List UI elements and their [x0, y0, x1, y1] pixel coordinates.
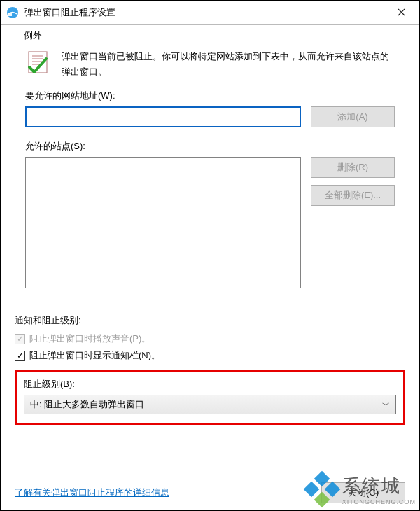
bar-checkbox-label: 阻止弹出窗口时显示通知栏(N)。	[29, 349, 160, 362]
address-row: 添加(A)	[25, 106, 395, 127]
notify-section-label: 通知和阻止级别:	[15, 314, 405, 327]
app-icon	[6, 6, 19, 19]
close-icon	[398, 8, 405, 16]
close-dialog-button-label: 关闭(C)	[348, 486, 379, 499]
chevron-down-icon: ﹀	[382, 400, 390, 410]
sound-checkbox: ✓	[15, 334, 25, 344]
sites-label: 允许的站点(S):	[25, 140, 395, 153]
dialog-window: 弹出窗口阻止程序设置 例外 弹出窗口当前已被阻止。你可以将特	[0, 0, 420, 511]
block-level-value: 中: 阻止大多数自动弹出窗口	[30, 398, 144, 411]
intro-text: 弹出窗口当前已被阻止。你可以将特定网站添加到下表中，从而允许来自该站点的弹出窗口…	[62, 49, 395, 80]
add-button-label: 添加(A)	[337, 111, 368, 123]
document-check-icon	[25, 49, 52, 76]
exceptions-group: 例外 弹出窗口当前已被阻止。你可以将特定网站添加到下表中，从而允许来自该站点的弹…	[15, 36, 405, 300]
svg-rect-1	[8, 13, 12, 16]
sites-row: 删除(R) 全部删除(E)...	[25, 157, 395, 288]
add-button[interactable]: 添加(A)	[311, 106, 395, 127]
sound-checkbox-label: 阻止弹出窗口时播放声音(P)。	[29, 332, 150, 345]
remove-all-button-label: 全部删除(E)...	[325, 189, 381, 202]
address-input[interactable]	[25, 106, 301, 127]
titlebar: 弹出窗口阻止程序设置	[1, 1, 419, 24]
block-level-highlight: 阻止级别(B): 中: 阻止大多数自动弹出窗口 ﹀	[15, 370, 405, 425]
sites-side-buttons: 删除(R) 全部删除(E)...	[311, 157, 395, 288]
exceptions-group-title: 例外	[21, 29, 45, 42]
content-area: 例外 弹出窗口当前已被阻止。你可以将特定网站添加到下表中，从而允许来自该站点的弹…	[1, 24, 419, 510]
allowed-sites-listbox[interactable]	[25, 157, 301, 288]
block-level-select[interactable]: 中: 阻止大多数自动弹出窗口 ﹀	[24, 395, 396, 414]
close-button[interactable]	[387, 3, 415, 22]
remove-button-label: 删除(R)	[337, 161, 368, 174]
remove-all-button[interactable]: 全部删除(E)...	[311, 185, 395, 206]
block-level-label: 阻止级别(B):	[24, 378, 396, 391]
window-title: 弹出窗口阻止程序设置	[24, 6, 387, 19]
footer-row: 了解有关弹出窗口阻止程序的详细信息 关闭(C)	[15, 475, 405, 503]
remove-button[interactable]: 删除(R)	[311, 157, 395, 178]
sound-checkbox-row: ✓ 阻止弹出窗口时播放声音(P)。	[15, 332, 405, 345]
bar-checkbox[interactable]: ✓	[15, 351, 25, 361]
bar-checkbox-row: ✓ 阻止弹出窗口时显示通知栏(N)。	[15, 349, 405, 362]
address-label: 要允许的网站地址(W):	[25, 90, 395, 102]
learn-more-link[interactable]: 了解有关弹出窗口阻止程序的详细信息	[15, 486, 169, 499]
close-dialog-button[interactable]: 关闭(C)	[321, 482, 405, 503]
intro-row: 弹出窗口当前已被阻止。你可以将特定网站添加到下表中，从而允许来自该站点的弹出窗口…	[25, 49, 395, 80]
